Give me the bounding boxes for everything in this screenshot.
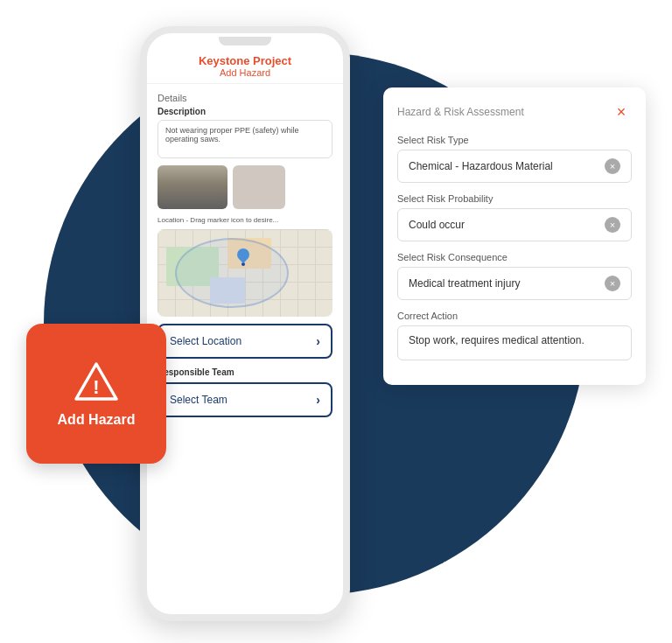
risk-consequence-select[interactable]: Medical treatment injury × [397,267,632,300]
add-hazard-card[interactable]: ! Add Hazard [26,324,166,464]
risk-type-group: Select Risk Type Chemical - Hazardous Ma… [397,135,632,183]
risk-probability-value: Could occur [409,219,465,231]
risk-consequence-group: Select Risk Consequence Medical treatmen… [397,252,632,300]
select-team-button[interactable]: Select Team › [158,382,332,417]
description-box: Not wearing proper PPE (safety) while op… [158,120,332,158]
location-hint: Location - Drag marker icon to desire... [158,216,332,224]
risk-probability-group: Select Risk Probability Could occur × [397,193,632,241]
phone-header: Keystone Project Add Hazard [147,45,343,84]
select-location-button[interactable]: Select Location › [158,324,332,359]
map-pin [236,248,250,266]
project-name: Keystone Project [154,54,336,67]
risk-panel: Hazard & Risk Assessment × Select Risk T… [383,87,646,385]
risk-consequence-label: Select Risk Consequence [397,252,632,262]
description-label: Description [158,107,332,116]
risk-type-clear-button[interactable]: × [605,158,620,174]
correct-action-value[interactable]: Stop work, requires medical attention. [397,325,632,360]
add-hazard-subtitle: Add Hazard [154,67,336,78]
photos-row [158,165,332,209]
photo-1 [158,165,228,209]
risk-panel-title: Hazard & Risk Assessment [397,106,524,118]
correct-action-group: Correct Action Stop work, requires medic… [397,311,632,360]
svg-text:!: ! [93,376,99,398]
risk-consequence-value: Medical treatment injury [409,277,520,290]
select-team-arrow: › [316,393,320,407]
section-label: Details [158,93,332,103]
risk-consequence-clear-button[interactable]: × [605,276,620,291]
risk-type-label: Select Risk Type [397,135,632,145]
map-area [158,229,332,317]
responsible-team-label: Responsible Team [158,367,332,377]
select-location-arrow: › [316,334,320,348]
select-location-label: Select Location [170,335,242,347]
phone-mockup: Keystone Project Add Hazard Details Desc… [140,26,350,621]
risk-probability-label: Select Risk Probability [397,193,632,204]
photo-construction-bg [158,165,228,209]
risk-type-value: Chemical - Hazardous Material [409,160,553,172]
warning-triangle-icon: ! [74,360,118,403]
close-button[interactable]: × [611,101,632,122]
correct-action-label: Correct Action [397,311,632,321]
select-team-label: Select Team [170,394,228,406]
phone-notch [219,37,271,45]
map-pin-head [234,246,252,263]
risk-type-select[interactable]: Chemical - Hazardous Material × [397,150,632,183]
risk-probability-select[interactable]: Could occur × [397,208,632,241]
risk-probability-clear-button[interactable]: × [605,217,620,233]
add-hazard-card-label: Add Hazard [58,412,136,428]
map-circle-overlay [175,238,289,308]
photo-2 [233,165,285,209]
risk-panel-header: Hazard & Risk Assessment × [397,101,632,122]
phone-content: Details Description Not wearing proper P… [147,84,343,435]
